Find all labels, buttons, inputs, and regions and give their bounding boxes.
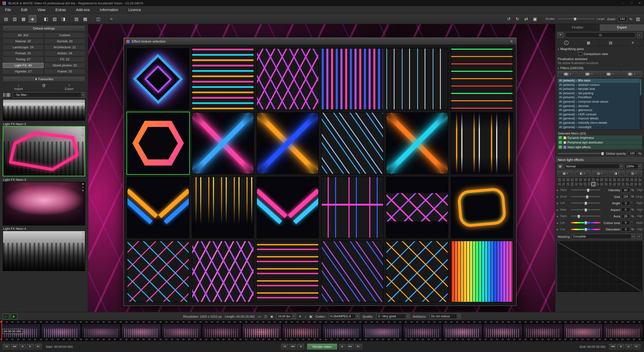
category-frame-25[interactable]: Frame: 25: [44, 69, 85, 74]
preset-thumbnail[interactable]: ★+↻: [3, 126, 85, 176]
category-vignette-27[interactable]: Vignette: 27: [3, 69, 44, 74]
render-video-button[interactable]: Render video: [307, 344, 337, 350]
checkbox-checked-icon[interactable]: ✓: [558, 136, 562, 140]
timeline-frame[interactable]: [322, 323, 362, 339]
filter-item-ai-artwork-abstract-contour[interactable]: AI (artwork) – abstract contour: [558, 83, 642, 87]
texture-diamond-neon[interactable]: [127, 48, 189, 110]
grid-view-icon[interactable]: ▦: [578, 39, 600, 46]
global-opacity-thumb[interactable]: [601, 152, 604, 156]
dialog-titlebar[interactable]: Effect texture selection ✕: [124, 38, 516, 45]
zoom-slider-thumb[interactable]: [574, 18, 576, 21]
slider-track-intensity[interactable]: [571, 190, 600, 191]
category-toning-27[interactable]: Toning: 27: [3, 57, 44, 62]
jump-end-button[interactable]: ▶|: [633, 344, 640, 350]
texture-purple-vee-stripes[interactable]: [256, 48, 319, 110]
playhead[interactable]: [1, 321, 2, 341]
expander-icon[interactable]: ▶: [557, 196, 559, 198]
filter-item-ai-artwork-old-painting[interactable]: AI (artwork) – old painting: [558, 91, 642, 96]
favourite-star-icon[interactable]: ★: [82, 128, 84, 130]
mini-texture-4[interactable]: [570, 178, 574, 182]
comparison-view-checkbox[interactable]: [578, 52, 582, 56]
dual-monitor-icon[interactable]: ◫: [264, 314, 267, 318]
fast-rewind-button[interactable]: ◀◀: [289, 344, 296, 350]
mini-texture-8[interactable]: [587, 178, 591, 182]
minimize-button[interactable]: –: [621, 1, 626, 5]
slider-value[interactable]: 0: [621, 227, 630, 232]
mini-texture-11[interactable]: [600, 178, 604, 182]
slider-value[interactable]: 116: [621, 194, 630, 199]
timeline-frame[interactable]: [523, 323, 563, 339]
jump-end-button[interactable]: ▶|: [355, 344, 362, 350]
category-architecture-21[interactable]: Architecture: 21: [44, 44, 85, 50]
slider-thumb[interactable]: [584, 208, 587, 212]
fast-rewind-button[interactable]: ◀◀: [11, 344, 18, 350]
texture-set-3-button[interactable]: ▤▼: [592, 170, 608, 176]
timeline-frame[interactable]: [122, 323, 161, 339]
mini-texture-35[interactable]: [617, 182, 621, 186]
filter-item-ai-general-improve-details[interactable]: AI (general) – improve details: [558, 116, 642, 121]
texture-hexagon-neon[interactable]: [127, 112, 189, 174]
masking-dropdown[interactable]: Complete ▼: [572, 234, 635, 239]
mini-texture-32[interactable]: [604, 182, 608, 186]
zoom-value[interactable]: 142: [618, 16, 627, 21]
texture-pink-blue-cross[interactable]: [192, 112, 254, 174]
refresh-icon[interactable]: ↻: [82, 134, 84, 137]
save-icon[interactable]: ◧: [42, 16, 49, 22]
mini-texture-16[interactable]: [621, 178, 625, 182]
mini-texture-22[interactable]: [562, 182, 566, 186]
selected-filter-dynamic-brightness[interactable]: ✓Dynamic brightness: [558, 136, 642, 140]
masking-options-button[interactable]: ▼: [637, 234, 642, 239]
preset-thumbnail[interactable]: ★+↻: [3, 231, 85, 271]
texture-purple-chevron-stripes[interactable]: [192, 241, 254, 302]
mini-texture-36[interactable]: [621, 182, 625, 186]
display-icon[interactable]: ▣: [309, 314, 312, 318]
slider-track-colour-tone[interactable]: [571, 222, 600, 224]
filter-category-3-button[interactable]: ▼: [600, 71, 621, 77]
filter-item-ai-artwork-80s-neon[interactable]: AI (artwork) – 80s neon: [558, 78, 642, 83]
film-icon[interactable]: ▦: [20, 16, 27, 22]
filter-list-scrollbar[interactable]: [640, 78, 642, 130]
texture-rainbow-streaks[interactable]: [451, 241, 513, 302]
mini-texture-5[interactable]: [574, 178, 578, 182]
blend-opacity-dropdown[interactable]: 100% ▼: [624, 164, 642, 169]
magnifying-glass-row[interactable]: ▴ Magnifying glass: [556, 46, 644, 51]
waveform-icon[interactable]: ≈: [108, 16, 115, 22]
fps-dropdown[interactable]: 24,00 fps ▼: [276, 314, 296, 319]
mini-texture-3[interactable]: [566, 178, 570, 182]
info-icon[interactable]: i: [556, 39, 578, 46]
mini-texture-1[interactable]: [558, 178, 561, 182]
slider-thumb[interactable]: [587, 189, 590, 192]
timeline-frame[interactable]: [362, 323, 402, 339]
expander-icon[interactable]: ▶: [557, 228, 559, 230]
print-icon[interactable]: ▨: [51, 16, 58, 22]
refresh-icon[interactable]: ↻: [82, 238, 84, 241]
category-portrait-25[interactable]: Portrait: 25: [3, 51, 44, 56]
mini-texture-40[interactable]: [638, 182, 642, 186]
timeline-frame[interactable]: [81, 323, 121, 339]
add-icon[interactable]: +: [82, 131, 83, 134]
list-view-icon[interactable]: ▤: [600, 39, 622, 46]
play-button[interactable]: ▶: [625, 344, 632, 350]
batch-icon[interactable]: ◫: [95, 16, 102, 22]
slider-thumb[interactable]: [584, 202, 587, 206]
timeline-frame[interactable]: [563, 323, 603, 339]
new-file-icon[interactable]: ▤: [3, 16, 10, 22]
timeline-frame[interactable]: [483, 323, 522, 339]
mini-texture-7[interactable]: [583, 178, 587, 182]
texture-zigzag-wave[interactable]: [386, 176, 448, 238]
selected-filter-peripheral-light-distribution[interactable]: ✓Peripheral light distribution: [558, 140, 642, 144]
step-back-button[interactable]: ◀: [19, 344, 26, 350]
step-back-button[interactable]: ◀: [297, 344, 304, 350]
mini-texture-26[interactable]: [578, 182, 582, 186]
preset-thumbnail[interactable]: ★+↻: [3, 182, 85, 226]
texture-orange-blue-chevrons[interactable]: [127, 176, 189, 238]
filter-category-2-button[interactable]: ▼: [579, 71, 600, 77]
effect-wand-icon[interactable]: ◈: [29, 15, 36, 22]
category-all-302[interactable]: All: 302: [3, 32, 44, 38]
global-opacity-value[interactable]: 100: [628, 151, 637, 156]
mini-texture-30[interactable]: [596, 182, 600, 186]
print-page-icon[interactable]: ▨: [634, 16, 641, 22]
tab-expert[interactable]: Expert: [600, 24, 644, 31]
mini-texture-10[interactable]: [596, 178, 600, 182]
default-settings-header[interactable]: Default settings: [3, 26, 85, 31]
